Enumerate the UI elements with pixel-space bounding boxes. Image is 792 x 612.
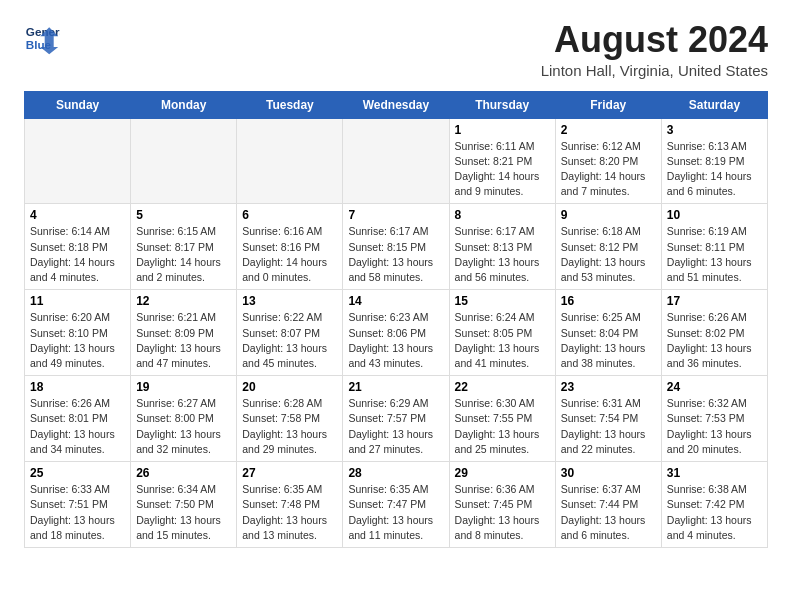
day-number: 19 bbox=[136, 380, 231, 394]
day-number: 20 bbox=[242, 380, 337, 394]
weekday-friday: Friday bbox=[555, 91, 661, 118]
day-detail: Sunrise: 6:14 AM Sunset: 8:18 PM Dayligh… bbox=[30, 224, 125, 285]
day-number: 12 bbox=[136, 294, 231, 308]
day-detail: Sunrise: 6:23 AM Sunset: 8:06 PM Dayligh… bbox=[348, 310, 443, 371]
day-detail: Sunrise: 6:11 AM Sunset: 8:21 PM Dayligh… bbox=[455, 139, 550, 200]
logo-icon: General Blue bbox=[24, 20, 60, 56]
calendar-cell: 18Sunrise: 6:26 AM Sunset: 8:01 PM Dayli… bbox=[25, 376, 131, 462]
day-number: 3 bbox=[667, 123, 762, 137]
day-detail: Sunrise: 6:37 AM Sunset: 7:44 PM Dayligh… bbox=[561, 482, 656, 543]
calendar-cell: 1Sunrise: 6:11 AM Sunset: 8:21 PM Daylig… bbox=[449, 118, 555, 204]
calendar-cell: 14Sunrise: 6:23 AM Sunset: 8:06 PM Dayli… bbox=[343, 290, 449, 376]
calendar-cell: 6Sunrise: 6:16 AM Sunset: 8:16 PM Daylig… bbox=[237, 204, 343, 290]
calendar-cell: 9Sunrise: 6:18 AM Sunset: 8:12 PM Daylig… bbox=[555, 204, 661, 290]
calendar-cell: 2Sunrise: 6:12 AM Sunset: 8:20 PM Daylig… bbox=[555, 118, 661, 204]
day-detail: Sunrise: 6:26 AM Sunset: 8:01 PM Dayligh… bbox=[30, 396, 125, 457]
calendar-header: SundayMondayTuesdayWednesdayThursdayFrid… bbox=[25, 91, 768, 118]
day-number: 13 bbox=[242, 294, 337, 308]
day-number: 4 bbox=[30, 208, 125, 222]
day-detail: Sunrise: 6:19 AM Sunset: 8:11 PM Dayligh… bbox=[667, 224, 762, 285]
calendar-row-3: 11Sunrise: 6:20 AM Sunset: 8:10 PM Dayli… bbox=[25, 290, 768, 376]
calendar-cell bbox=[343, 118, 449, 204]
day-detail: Sunrise: 6:12 AM Sunset: 8:20 PM Dayligh… bbox=[561, 139, 656, 200]
day-detail: Sunrise: 6:30 AM Sunset: 7:55 PM Dayligh… bbox=[455, 396, 550, 457]
calendar-cell: 22Sunrise: 6:30 AM Sunset: 7:55 PM Dayli… bbox=[449, 376, 555, 462]
day-detail: Sunrise: 6:21 AM Sunset: 8:09 PM Dayligh… bbox=[136, 310, 231, 371]
day-number: 25 bbox=[30, 466, 125, 480]
calendar-cell: 25Sunrise: 6:33 AM Sunset: 7:51 PM Dayli… bbox=[25, 462, 131, 548]
day-detail: Sunrise: 6:17 AM Sunset: 8:13 PM Dayligh… bbox=[455, 224, 550, 285]
calendar-row-5: 25Sunrise: 6:33 AM Sunset: 7:51 PM Dayli… bbox=[25, 462, 768, 548]
calendar-body: 1Sunrise: 6:11 AM Sunset: 8:21 PM Daylig… bbox=[25, 118, 768, 547]
calendar-cell: 28Sunrise: 6:35 AM Sunset: 7:47 PM Dayli… bbox=[343, 462, 449, 548]
day-detail: Sunrise: 6:17 AM Sunset: 8:15 PM Dayligh… bbox=[348, 224, 443, 285]
day-detail: Sunrise: 6:35 AM Sunset: 7:48 PM Dayligh… bbox=[242, 482, 337, 543]
calendar-cell: 12Sunrise: 6:21 AM Sunset: 8:09 PM Dayli… bbox=[131, 290, 237, 376]
day-detail: Sunrise: 6:20 AM Sunset: 8:10 PM Dayligh… bbox=[30, 310, 125, 371]
calendar-cell: 19Sunrise: 6:27 AM Sunset: 8:00 PM Dayli… bbox=[131, 376, 237, 462]
day-number: 23 bbox=[561, 380, 656, 394]
day-number: 29 bbox=[455, 466, 550, 480]
calendar-cell: 20Sunrise: 6:28 AM Sunset: 7:58 PM Dayli… bbox=[237, 376, 343, 462]
calendar-table: SundayMondayTuesdayWednesdayThursdayFrid… bbox=[24, 91, 768, 548]
calendar-cell bbox=[131, 118, 237, 204]
calendar-cell: 7Sunrise: 6:17 AM Sunset: 8:15 PM Daylig… bbox=[343, 204, 449, 290]
day-detail: Sunrise: 6:34 AM Sunset: 7:50 PM Dayligh… bbox=[136, 482, 231, 543]
day-number: 14 bbox=[348, 294, 443, 308]
calendar-cell: 11Sunrise: 6:20 AM Sunset: 8:10 PM Dayli… bbox=[25, 290, 131, 376]
day-detail: Sunrise: 6:31 AM Sunset: 7:54 PM Dayligh… bbox=[561, 396, 656, 457]
day-number: 1 bbox=[455, 123, 550, 137]
day-number: 27 bbox=[242, 466, 337, 480]
calendar-cell: 29Sunrise: 6:36 AM Sunset: 7:45 PM Dayli… bbox=[449, 462, 555, 548]
day-detail: Sunrise: 6:32 AM Sunset: 7:53 PM Dayligh… bbox=[667, 396, 762, 457]
svg-text:General: General bbox=[26, 25, 60, 38]
calendar-cell: 5Sunrise: 6:15 AM Sunset: 8:17 PM Daylig… bbox=[131, 204, 237, 290]
day-detail: Sunrise: 6:29 AM Sunset: 7:57 PM Dayligh… bbox=[348, 396, 443, 457]
page-title: August 2024 bbox=[541, 20, 768, 60]
weekday-saturday: Saturday bbox=[661, 91, 767, 118]
day-number: 5 bbox=[136, 208, 231, 222]
day-number: 22 bbox=[455, 380, 550, 394]
calendar-cell: 23Sunrise: 6:31 AM Sunset: 7:54 PM Dayli… bbox=[555, 376, 661, 462]
title-block: August 2024 Linton Hall, Virginia, Unite… bbox=[541, 20, 768, 79]
day-number: 11 bbox=[30, 294, 125, 308]
day-number: 18 bbox=[30, 380, 125, 394]
calendar-cell: 31Sunrise: 6:38 AM Sunset: 7:42 PM Dayli… bbox=[661, 462, 767, 548]
day-number: 15 bbox=[455, 294, 550, 308]
day-detail: Sunrise: 6:27 AM Sunset: 8:00 PM Dayligh… bbox=[136, 396, 231, 457]
calendar-row-1: 1Sunrise: 6:11 AM Sunset: 8:21 PM Daylig… bbox=[25, 118, 768, 204]
day-number: 17 bbox=[667, 294, 762, 308]
weekday-monday: Monday bbox=[131, 91, 237, 118]
page-subtitle: Linton Hall, Virginia, United States bbox=[541, 62, 768, 79]
calendar-cell: 10Sunrise: 6:19 AM Sunset: 8:11 PM Dayli… bbox=[661, 204, 767, 290]
day-detail: Sunrise: 6:33 AM Sunset: 7:51 PM Dayligh… bbox=[30, 482, 125, 543]
calendar-row-4: 18Sunrise: 6:26 AM Sunset: 8:01 PM Dayli… bbox=[25, 376, 768, 462]
calendar-cell: 26Sunrise: 6:34 AM Sunset: 7:50 PM Dayli… bbox=[131, 462, 237, 548]
calendar-cell: 3Sunrise: 6:13 AM Sunset: 8:19 PM Daylig… bbox=[661, 118, 767, 204]
calendar-cell: 8Sunrise: 6:17 AM Sunset: 8:13 PM Daylig… bbox=[449, 204, 555, 290]
day-detail: Sunrise: 6:13 AM Sunset: 8:19 PM Dayligh… bbox=[667, 139, 762, 200]
calendar-cell: 13Sunrise: 6:22 AM Sunset: 8:07 PM Dayli… bbox=[237, 290, 343, 376]
weekday-wednesday: Wednesday bbox=[343, 91, 449, 118]
calendar-cell bbox=[25, 118, 131, 204]
calendar-cell: 16Sunrise: 6:25 AM Sunset: 8:04 PM Dayli… bbox=[555, 290, 661, 376]
calendar-cell: 4Sunrise: 6:14 AM Sunset: 8:18 PM Daylig… bbox=[25, 204, 131, 290]
day-number: 9 bbox=[561, 208, 656, 222]
day-detail: Sunrise: 6:25 AM Sunset: 8:04 PM Dayligh… bbox=[561, 310, 656, 371]
day-number: 24 bbox=[667, 380, 762, 394]
weekday-thursday: Thursday bbox=[449, 91, 555, 118]
calendar-row-2: 4Sunrise: 6:14 AM Sunset: 8:18 PM Daylig… bbox=[25, 204, 768, 290]
day-number: 21 bbox=[348, 380, 443, 394]
calendar-cell: 24Sunrise: 6:32 AM Sunset: 7:53 PM Dayli… bbox=[661, 376, 767, 462]
day-detail: Sunrise: 6:18 AM Sunset: 8:12 PM Dayligh… bbox=[561, 224, 656, 285]
day-number: 28 bbox=[348, 466, 443, 480]
day-number: 2 bbox=[561, 123, 656, 137]
calendar-cell: 15Sunrise: 6:24 AM Sunset: 8:05 PM Dayli… bbox=[449, 290, 555, 376]
weekday-header-row: SundayMondayTuesdayWednesdayThursdayFrid… bbox=[25, 91, 768, 118]
calendar-cell: 21Sunrise: 6:29 AM Sunset: 7:57 PM Dayli… bbox=[343, 376, 449, 462]
day-number: 7 bbox=[348, 208, 443, 222]
day-number: 8 bbox=[455, 208, 550, 222]
day-detail: Sunrise: 6:24 AM Sunset: 8:05 PM Dayligh… bbox=[455, 310, 550, 371]
day-detail: Sunrise: 6:28 AM Sunset: 7:58 PM Dayligh… bbox=[242, 396, 337, 457]
day-detail: Sunrise: 6:15 AM Sunset: 8:17 PM Dayligh… bbox=[136, 224, 231, 285]
